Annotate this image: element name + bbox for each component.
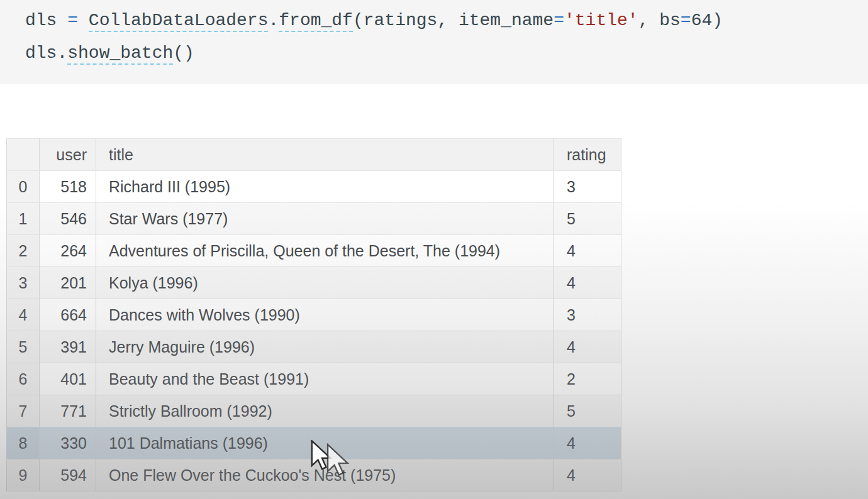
title-column-header: title [96, 139, 554, 171]
user-cell: 546 [40, 203, 96, 235]
title-cell: Star Wars (1977) [96, 203, 554, 235]
rating-cell: 5 [554, 395, 621, 427]
rating-cell: 4 [554, 267, 621, 299]
row-index-cell: 4 [7, 299, 40, 331]
rating-cell: 4 [554, 235, 621, 267]
user-cell: 771 [40, 395, 96, 427]
code-token: dls [25, 11, 67, 30]
code-token-identifier: show_batch [67, 43, 173, 65]
table-row[interactable]: 5391Jerry Maguire (1996)4 [7, 331, 621, 363]
title-cell: Kolya (1996) [96, 267, 554, 299]
title-cell: Beauty and the Beast (1991) [96, 363, 554, 395]
title-cell: Jerry Maguire (1996) [96, 331, 554, 363]
title-cell: Strictly Ballroom (1992) [96, 395, 554, 427]
rating-cell: 3 [554, 299, 621, 331]
row-index-cell: 9 [7, 459, 40, 491]
code-token: (ratings, item_name [353, 11, 554, 30]
index-column-header [7, 139, 40, 171]
rating-cell: 4 [554, 459, 621, 491]
user-cell: 518 [40, 171, 96, 203]
code-token: () [173, 43, 194, 63]
table-row[interactable]: 0518Richard III (1995)3 [7, 171, 621, 203]
table-header-row: user title rating [7, 139, 621, 171]
code-line-1: dls = CollabDataLoaders.from_df(ratings,… [25, 9, 723, 33]
user-column-header: user [40, 139, 96, 171]
user-cell: 594 [40, 459, 96, 491]
code-token-operator: = [681, 11, 691, 30]
mouse-cursor [311, 440, 356, 476]
code-token: dls [25, 43, 57, 63]
row-index-cell: 1 [7, 203, 40, 235]
code-token-identifier: from_df [279, 11, 353, 32]
table-row[interactable]: 4664Dances with Wolves (1990)3 [7, 299, 621, 331]
dataframe-output: user title rating 0518Richard III (1995)… [6, 138, 621, 491]
show-batch-table: user title rating 0518Richard III (1995)… [6, 138, 621, 491]
code-token: , bs [638, 11, 681, 30]
rating-column-header: rating [554, 139, 621, 171]
user-cell: 401 [40, 363, 96, 395]
code-token-number: 64 [691, 11, 713, 30]
table-row[interactable]: 3201Kolya (1996)4 [7, 267, 621, 299]
user-cell: 391 [40, 331, 96, 363]
title-cell: Dances with Wolves (1990) [96, 299, 554, 331]
code-token-operator: = [67, 11, 89, 30]
user-cell: 264 [40, 235, 96, 267]
row-index-cell: 6 [7, 363, 40, 395]
user-cell: 201 [40, 267, 96, 299]
code-token: . [57, 43, 67, 63]
code-token-string: 'title' [564, 11, 638, 30]
rating-cell: 4 [554, 427, 621, 459]
row-index-cell: 3 [7, 267, 40, 299]
row-index-cell: 5 [7, 331, 40, 363]
row-index-cell: 8 [7, 427, 40, 459]
table-row[interactable]: 6401Beauty and the Beast (1991)2 [7, 363, 621, 395]
rating-cell: 2 [554, 363, 621, 395]
rating-cell: 3 [554, 171, 621, 203]
code-token: . [268, 11, 279, 30]
user-cell: 330 [40, 427, 96, 459]
title-cell: Adventures of Priscilla, Queen of the De… [96, 235, 554, 267]
table-row[interactable]: 1546Star Wars (1977)5 [7, 203, 621, 235]
user-cell: 664 [40, 299, 96, 331]
table-row[interactable]: 7771Strictly Ballroom (1992)5 [7, 395, 621, 427]
row-index-cell: 2 [7, 235, 40, 267]
code-cell[interactable]: dls = CollabDataLoaders.from_df(ratings,… [0, 0, 868, 84]
code-token-identifier: CollabDataLoaders [89, 11, 269, 32]
row-index-cell: 7 [7, 395, 40, 427]
rating-cell: 4 [554, 331, 621, 363]
table-row[interactable]: 2264Adventures of Priscilla, Queen of th… [7, 235, 621, 267]
code-line-2: dls.show_batch() [25, 41, 194, 65]
row-index-cell: 0 [7, 171, 40, 203]
rating-cell: 5 [554, 203, 621, 235]
title-cell: Richard III (1995) [96, 171, 554, 203]
code-token: ) [712, 11, 723, 30]
code-token-operator: = [554, 11, 564, 30]
table-header: user title rating [7, 139, 621, 171]
